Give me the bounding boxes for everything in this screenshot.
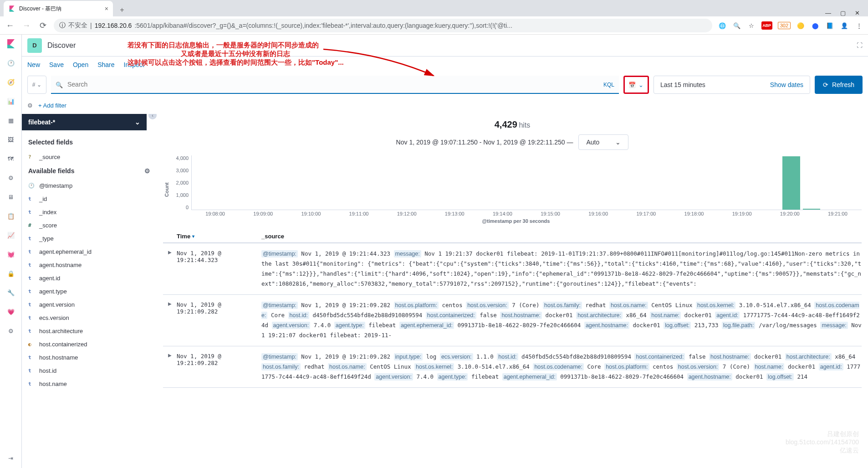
nav-siem-icon[interactable]: 🔒 (5, 268, 16, 279)
field-item[interactable]: thost.name (28, 377, 150, 391)
translate-icon[interactable]: 🌐 (718, 21, 727, 30)
fullscreen-icon[interactable]: ⛶ (857, 42, 863, 49)
top-menu-new[interactable]: New (27, 61, 40, 68)
source-cell: @timestamp: Nov 1, 2019 @ 19:21:44.323 m… (261, 249, 862, 289)
field-name: agent.ephemeral_id (39, 248, 92, 255)
security-status: 不安全 (68, 21, 87, 30)
refresh-button[interactable]: ⟳ Refresh (815, 76, 863, 94)
field-key: agent.type: (334, 322, 365, 329)
nav-canvas-icon[interactable]: 🖼 (5, 134, 16, 145)
field-item[interactable]: thost.id (28, 364, 150, 377)
y-tick: 4,000 (176, 155, 189, 161)
nav-discover-icon[interactable]: 🧭 (5, 77, 16, 87)
field-name: host.architecture (39, 328, 83, 334)
field-item[interactable]: tagent.version (28, 298, 150, 311)
field-key: message: (820, 322, 848, 329)
source-column-header[interactable]: _source (261, 233, 862, 240)
field-item[interactable]: t_type (28, 232, 150, 245)
time-range-display[interactable]: Last 15 minutes Show dates (654, 76, 810, 94)
field-key: host.os.name: (328, 363, 367, 370)
nav-uptime-icon[interactable]: 💓 (5, 249, 16, 260)
top-menu-save[interactable]: Save (49, 61, 64, 68)
field-key: log.offset: (664, 322, 691, 329)
minimize-icon[interactable]: — (825, 10, 831, 16)
maximize-icon[interactable]: ▢ (840, 10, 846, 16)
index-pattern-selector[interactable]: filebeat-* ⌄ (22, 114, 147, 130)
field-key: host.id: (497, 353, 518, 360)
saved-query-button[interactable]: # ⌄ (27, 76, 46, 94)
ext-icon-1[interactable]: 🟡 (796, 21, 805, 30)
top-menu-inspect[interactable]: Inspect (124, 61, 144, 68)
nav-infrastructure-icon[interactable]: 🖥 (5, 191, 16, 202)
nav-monitoring-icon[interactable]: 💗 (5, 306, 16, 317)
field-item[interactable]: tecs.version (28, 311, 150, 324)
top-menu-open[interactable]: Open (73, 61, 88, 68)
menu-icon[interactable]: ⋮ (854, 21, 863, 30)
nav-visualize-icon[interactable]: 📊 (5, 96, 16, 107)
field-key: host.containerized: (426, 312, 476, 319)
star-icon[interactable]: ☆ (747, 21, 756, 30)
kibana-logo-icon[interactable] (5, 38, 16, 49)
field-item[interactable]: tagent.type (28, 285, 150, 298)
adblock-icon[interactable]: ABP (761, 21, 772, 30)
nav-dev-tools-icon[interactable]: 🔧 (5, 287, 16, 298)
field-item[interactable]: thost.hostname (28, 351, 150, 364)
filter-options-icon[interactable]: ⚙ (27, 102, 33, 109)
nav-recently-viewed-icon[interactable]: 🕐 (5, 57, 16, 68)
url-input[interactable]: ⓘ 不安全 | 192.168.20.6:5601/app/kibana#/di… (54, 19, 712, 32)
field-filter-icon[interactable]: ⚙ (144, 167, 150, 175)
search-input[interactable] (51, 76, 619, 94)
field-name: host.containerized (39, 341, 87, 348)
field-item[interactable]: ◐host.containerized (28, 338, 150, 351)
field-item[interactable]: #_score (28, 219, 150, 232)
field-item[interactable]: t_index (28, 206, 150, 219)
field-type-icon: t (28, 262, 35, 268)
field-item[interactable]: tagent.ephemeral_id (28, 245, 150, 258)
ext-icon-2[interactable]: ⬤ (811, 21, 820, 30)
collapse-sidebar-icon[interactable]: ‹ (148, 114, 157, 119)
field-type-icon: t (28, 196, 35, 202)
nav-dashboard-icon[interactable]: ▦ (5, 115, 16, 126)
field-item[interactable]: 🕐@timestamp (28, 179, 150, 192)
expand-row-button[interactable]: ▶ (163, 300, 177, 340)
nav-ml-icon[interactable]: ⚙ (5, 172, 16, 183)
close-tab-icon[interactable]: × (105, 5, 108, 12)
nav-collapse-icon[interactable]: ⇥ (5, 453, 16, 463)
x-tick: 19:17:00 (622, 211, 670, 216)
side-navigation-rail: 🕐 🧭 📊 ▦ 🖼 🗺 ⚙ 🖥 📋 📈 💓 🔒 🔧 💗 ⚙ ⇥ (0, 35, 22, 468)
field-item[interactable]: tagent.id (28, 272, 150, 285)
expand-row-button[interactable]: ▶ (163, 249, 177, 289)
time-column-header[interactable]: Time ▾ (177, 233, 261, 240)
nav-logs-icon[interactable]: 📋 (5, 211, 16, 221)
browser-tab[interactable]: Discover - 基巴纳 × (4, 1, 113, 16)
field-item[interactable]: ?_source (28, 150, 150, 164)
histogram-chart[interactable]: Count 4,0003,0002,0001,0000 19:08:0019:0… (163, 155, 862, 224)
field-item[interactable]: thost.architecture (28, 324, 150, 338)
top-menu-share[interactable]: Share (97, 61, 114, 68)
add-filter-button[interactable]: + Add filter (38, 102, 66, 109)
kibana-favicon-icon (8, 5, 15, 12)
back-button[interactable]: ← (5, 20, 15, 31)
field-item[interactable]: tagent.hostname (28, 258, 150, 272)
y-tick: 0 (186, 205, 189, 210)
expand-row-button[interactable]: ▶ (163, 352, 177, 382)
space-selector[interactable]: D (27, 38, 42, 53)
ext-icon-3[interactable]: 📘 (825, 21, 834, 30)
x-axis-ticks: 19:08:0019:09:0019:10:0019:11:0019:12:00… (170, 211, 862, 216)
date-picker-button[interactable]: 📅 ⌄ (623, 76, 649, 94)
interval-select[interactable]: Auto ⌄ (578, 134, 628, 150)
profile-icon[interactable]: 👤 (840, 21, 849, 30)
show-dates-link[interactable]: Show dates (770, 81, 803, 88)
kql-toggle[interactable]: KQL (603, 82, 614, 88)
reload-button[interactable]: ⟳ (37, 20, 48, 31)
nav-management-icon[interactable]: ⚙ (5, 325, 16, 336)
nav-apm-icon[interactable]: 📈 (5, 230, 16, 241)
nav-maps-icon[interactable]: 🗺 (5, 153, 16, 164)
zoom-icon[interactable]: 🔍 (732, 21, 741, 30)
field-type-icon: t (28, 288, 35, 294)
time-cell: Nov 1, 2019 @ 19:21:09.282 (177, 300, 261, 340)
new-tab-button[interactable]: + (116, 4, 128, 16)
close-window-icon[interactable]: ✕ (855, 10, 860, 16)
field-item[interactable]: t_id (28, 192, 150, 206)
hit-count-header: 4,429 hits (163, 118, 862, 132)
